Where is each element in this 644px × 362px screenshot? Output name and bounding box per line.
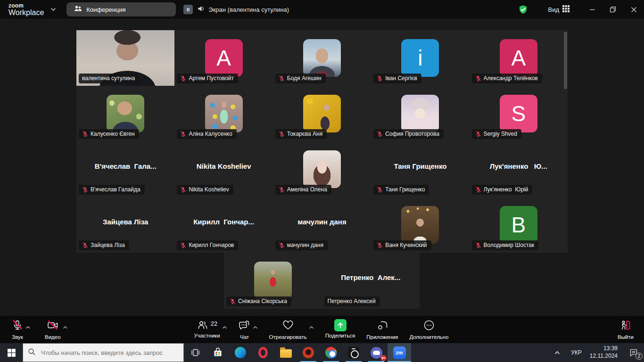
logo-text-zoom: zoom: [8, 3, 44, 8]
minimize-button[interactable]: [582, 0, 603, 19]
gallery-scrollbar-thumb[interactable]: [564, 32, 567, 89]
camera-app-icon[interactable]: [342, 343, 365, 362]
leave-button-label: Выйти: [618, 334, 634, 340]
participant-tile[interactable]: Таня ГрищенкоТаня Грищенко: [371, 141, 469, 197]
notification-center-icon[interactable]: 2: [623, 343, 644, 362]
security-shield-icon[interactable]: [518, 5, 528, 15]
participant-tile[interactable]: Аліна Калусенко: [174, 86, 272, 141]
participant-tile[interactable]: Бодя Агешин: [273, 30, 371, 86]
participant-tile[interactable]: BВолодимир Шостак: [470, 197, 568, 253]
apps-button[interactable]: Приложения: [366, 319, 398, 340]
participant-tile[interactable]: Калусенко Євген: [76, 86, 174, 141]
mic-muted-icon: [82, 242, 88, 248]
participant-tile[interactable]: мачулин данямачулин даня: [273, 197, 371, 253]
taskbar-search[interactable]: [23, 343, 184, 362]
participant-tile[interactable]: AАлександр Телёнков: [470, 30, 568, 86]
audio-control-group: Звук: [11, 319, 31, 340]
audio-button[interactable]: Звук: [11, 319, 24, 340]
chat-options-chevron[interactable]: [253, 323, 258, 330]
participant-name-label: Аліна Калусенко: [177, 129, 236, 139]
mic-muted-icon: [11, 319, 24, 333]
participant-display-name: Nikita Kosheliev: [174, 162, 272, 170]
chat-icon: [239, 319, 251, 333]
participant-avatar: [401, 206, 439, 244]
apps-button-label: Приложения: [366, 334, 398, 340]
more-button[interactable]: Дополнительно: [410, 319, 449, 340]
participant-name-text: Аліна Калусенко: [189, 131, 232, 137]
mic-muted-icon: [377, 131, 383, 137]
participant-display-name: Таня Грищенко: [371, 162, 469, 170]
participant-tile[interactable]: Лук'яненко Ю...Лук'яненко Юрій: [470, 141, 568, 197]
participant-tile[interactable]: Токарєва Аня: [273, 86, 371, 141]
close-button[interactable]: [623, 0, 644, 19]
participant-tile[interactable]: В'ячеслав Гала...В'ячеслав Галайда: [76, 141, 174, 197]
video-button[interactable]: Видео: [45, 319, 61, 340]
participant-tile[interactable]: Ваня Кучинский: [371, 197, 469, 253]
view-button[interactable]: Вид: [548, 5, 570, 14]
tab-conference[interactable]: Конференция: [66, 2, 176, 16]
participant-name-text: Александр Телёнков: [484, 75, 538, 82]
participant-tile[interactable]: Зайцева ЛізаЗайцева Ліза: [76, 197, 174, 253]
audio-options-chevron[interactable]: [25, 323, 31, 330]
participant-name-text: мачулин даня: [287, 242, 323, 248]
video-options-chevron[interactable]: [63, 323, 68, 330]
workspace-switcher-chevron[interactable]: [50, 8, 56, 11]
edge-icon[interactable]: [229, 343, 252, 362]
discord-icon[interactable]: 9+: [365, 343, 388, 362]
mic-muted-icon: [82, 131, 88, 137]
tray-expand-chevron[interactable]: [550, 351, 564, 354]
participants-icon: [197, 319, 209, 333]
start-button[interactable]: [0, 343, 23, 362]
participant-name-text: Ваня Кучинский: [385, 242, 427, 248]
participants-button-label: Участники: [194, 333, 220, 338]
participant-name-label: валентина сутулина: [79, 74, 139, 83]
apps-icon: [376, 319, 388, 333]
share-screen-button[interactable]: Поделиться: [325, 319, 355, 338]
view-button-label: Вид: [548, 6, 559, 13]
participant-tile[interactable]: Nikita KoshelievNikita Kosheliev: [174, 141, 272, 197]
mic-muted-icon: [279, 131, 285, 137]
participant-tile[interactable]: София Провоторова: [371, 86, 469, 141]
react-control-group: Отреагировать: [269, 319, 314, 340]
chrome-icon[interactable]: [320, 343, 342, 362]
participant-tile[interactable]: iІван Сергієв: [371, 30, 469, 86]
react-button[interactable]: Отреагировать: [269, 319, 307, 340]
participant-display-name: мачулин даня: [273, 218, 371, 226]
participant-name-label: Іван Сергієв: [373, 74, 421, 83]
browser-icon[interactable]: [297, 343, 320, 362]
file-explorer-icon[interactable]: [274, 343, 297, 362]
search-input[interactable]: [23, 343, 184, 362]
video-button-label: Видео: [45, 334, 61, 340]
store-icon[interactable]: [206, 343, 229, 362]
participant-tile[interactable]: Кирилл Гончар...Кирилл Гончаров: [174, 197, 272, 253]
heart-icon: [282, 319, 294, 333]
participant-name-label: Петренко Алексей: [324, 296, 380, 306]
participant-name-text: София Провоторова: [385, 131, 439, 137]
leave-meeting-button[interactable]: Выйти: [618, 319, 634, 340]
participant-name-text: Зайцева Ліза: [91, 242, 125, 248]
participant-tile[interactable]: Сніжана Сікорська: [224, 253, 322, 309]
participant-tile[interactable]: Амеліна Олена: [273, 141, 371, 197]
clock[interactable]: 13:39 12.11.2024: [590, 345, 618, 360]
participant-avatar: [107, 95, 144, 132]
participant-tile[interactable]: AАртем Пустовойт: [174, 30, 272, 86]
participant-tile[interactable]: валентина сутулина: [76, 30, 174, 86]
mic-muted-icon: [279, 75, 285, 82]
participant-tile[interactable]: Петренко Алек...Петренко Алексей: [322, 253, 420, 309]
mic-muted-icon: [377, 242, 383, 248]
audio-button-label: Звук: [12, 334, 23, 340]
camera-off-icon: [47, 319, 59, 333]
task-view-button[interactable]: [184, 343, 206, 362]
opera-icon[interactable]: [252, 343, 274, 362]
participants-button[interactable]: 22 Участники: [194, 319, 220, 338]
participant-name-text: Токарєва Аня: [287, 131, 322, 137]
chat-button[interactable]: Чат: [239, 319, 251, 340]
react-options-chevron[interactable]: [309, 323, 314, 330]
participants-options-chevron[interactable]: [222, 323, 227, 330]
participant-tile[interactable]: SSergiy Shved: [470, 86, 568, 141]
language-indicator[interactable]: УКР: [571, 349, 582, 356]
mic-muted-icon: [180, 242, 186, 248]
mic-muted-icon: [279, 187, 285, 193]
zoom-app-icon[interactable]: zm: [388, 343, 411, 362]
maximize-button[interactable]: [603, 0, 623, 19]
